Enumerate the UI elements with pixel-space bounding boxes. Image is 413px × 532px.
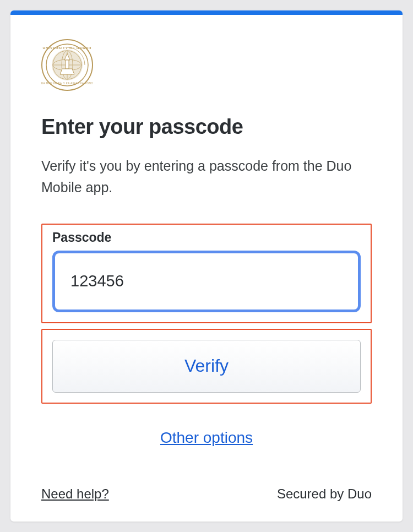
verify-button[interactable]: Verify	[52, 340, 361, 393]
page-title: Enter your passcode	[41, 115, 372, 139]
university-seal-icon: UNIVERSITY OF HAWAII UA MAU KE EA O KA A…	[41, 39, 93, 91]
card-content: UNIVERSITY OF HAWAII UA MAU KE EA O KA A…	[10, 15, 403, 447]
card-footer: Need help? Secured by Duo	[41, 486, 372, 502]
secured-by-text: Secured by Duo	[277, 486, 372, 502]
svg-text:UA MAU KE EA O KA AINA I KA PO: UA MAU KE EA O KA AINA I KA PONO	[41, 82, 93, 85]
need-help-link[interactable]: Need help?	[41, 486, 109, 502]
passcode-card: UNIVERSITY OF HAWAII UA MAU KE EA O KA A…	[10, 10, 403, 522]
other-options-link[interactable]: Other options	[160, 429, 253, 446]
other-options-row: Other options	[41, 429, 372, 447]
card-top-accent	[10, 10, 403, 15]
svg-rect-9	[66, 60, 69, 69]
passcode-highlight-box: Passcode	[41, 224, 372, 323]
svg-text:UNIVERSITY OF HAWAII: UNIVERSITY OF HAWAII	[43, 46, 92, 50]
passcode-label: Passcode	[52, 230, 361, 245]
passcode-input[interactable]	[52, 251, 361, 312]
org-logo: UNIVERSITY OF HAWAII UA MAU KE EA O KA A…	[41, 39, 372, 93]
verify-highlight-box: Verify	[41, 329, 372, 404]
instruction-text: Verify it's you by entering a passcode f…	[41, 155, 372, 198]
